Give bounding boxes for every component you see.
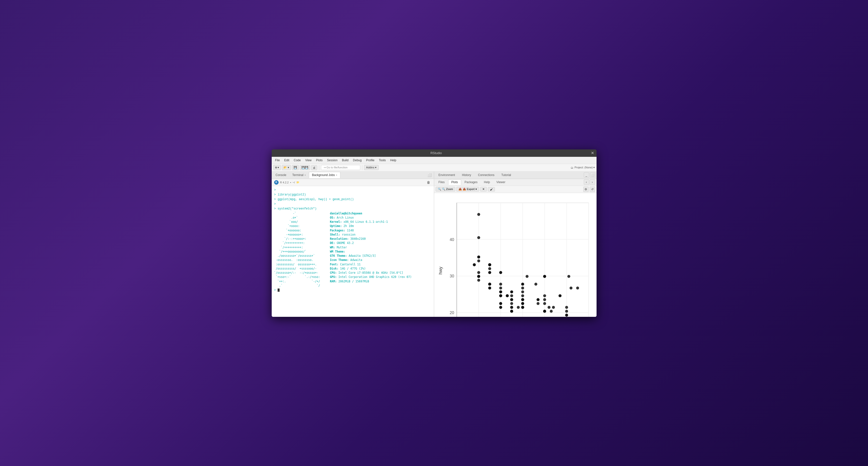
tab-terminal-label: Terminal <box>292 173 304 177</box>
console-final-prompt: > <box>274 288 431 292</box>
plot-settings[interactable]: ⚙ <box>583 187 589 192</box>
svg-point-1 <box>473 263 476 266</box>
delete-icon: ✕ <box>483 188 485 191</box>
right-panel-maximize[interactable]: ⬜ <box>590 172 595 178</box>
svg-point-3 <box>477 259 480 262</box>
tab-tutorial[interactable]: Tutorial <box>498 172 515 178</box>
save-button[interactable]: 💾 <box>292 165 299 170</box>
tab-background-jobs-label: Background Jobs <box>312 173 335 177</box>
tab-console[interactable]: Console <box>273 172 289 178</box>
menu-code[interactable]: Code <box>292 158 303 163</box>
right-panel-minimize[interactable]: _ <box>584 172 589 178</box>
svg-point-81 <box>543 298 546 301</box>
subtab-plots[interactable]: Plots <box>448 180 461 185</box>
tab-background-jobs-close[interactable]: × <box>336 174 337 177</box>
tab-history[interactable]: History <box>459 172 474 178</box>
print-button[interactable]: 🖨 <box>311 165 317 170</box>
svg-point-71 <box>521 298 524 301</box>
addins-button[interactable]: Addins ▾ <box>364 165 379 170</box>
menu-session[interactable]: Session <box>325 158 340 163</box>
tab-terminal-close[interactable]: × <box>304 174 306 177</box>
subtab-viewer[interactable]: Viewer <box>493 180 508 185</box>
svg-point-51 <box>510 302 513 305</box>
subtab-packages[interactable]: Packages <box>462 180 480 185</box>
svg-point-103 <box>569 286 572 289</box>
svg-point-35 <box>499 294 502 297</box>
zoom-button[interactable]: 🔍 🔍 Zoom <box>436 187 455 191</box>
menu-view[interactable]: View <box>303 158 313 163</box>
svg-point-23 <box>488 271 491 274</box>
project-label-text: Project: (None) ▾ <box>575 166 595 169</box>
svg-point-76 <box>525 275 528 278</box>
console-dir: ~/ <box>292 181 295 184</box>
console-clear-button[interactable]: 🗑 <box>426 180 431 185</box>
rstudio-window: RStudio ✕ File Edit Code View Plots Sess… <box>272 149 596 317</box>
export-button[interactable]: 📤 📤 Export ▾ <box>456 187 479 191</box>
plots-prev[interactable]: ‹ <box>584 180 589 185</box>
svg-point-100 <box>565 314 568 317</box>
menu-tools[interactable]: Tools <box>377 158 388 163</box>
tab-connections[interactable]: Connections <box>474 172 498 178</box>
subtab-help[interactable]: Help <box>481 180 493 185</box>
sf-wm-theme: WM Theme: <box>330 250 411 254</box>
menu-help[interactable]: Help <box>389 158 398 163</box>
open-file-button[interactable]: 📂 ▾ <box>282 165 291 170</box>
svg-point-57 <box>510 310 513 313</box>
menu-plots[interactable]: Plots <box>314 158 324 163</box>
menu-bar: File Edit Code View Plots Session Build … <box>272 157 596 164</box>
console-cmd-library: > library(ggplot2) <box>274 192 431 197</box>
svg-point-90 <box>543 310 546 313</box>
console-path: • <box>290 181 291 184</box>
tab-background-jobs[interactable]: Background Jobs × <box>309 172 341 178</box>
console-header: R R 4.2.2 • ~/ 📁 🗑 <box>272 179 434 186</box>
project-selector[interactable]: 🗂 Project: (None) ▾ <box>571 166 595 169</box>
close-button[interactable]: ✕ <box>591 151 594 155</box>
sf-de: DE: GNOME 43.2 <box>330 241 411 245</box>
svg-point-83 <box>543 302 546 305</box>
menu-file[interactable]: File <box>273 158 282 163</box>
new-file-icon: ⊕ <box>275 166 277 169</box>
delete-plot-button[interactable]: ✕ <box>480 187 487 191</box>
new-file-button[interactable]: ⊕ ▾ <box>273 165 281 170</box>
svg-point-82 <box>543 294 546 297</box>
svg-point-104 <box>576 286 579 289</box>
sf-resolution: Resolution: 3840x2160 <box>330 237 411 241</box>
svg-point-75 <box>521 306 524 309</box>
export-icon: 📤 <box>459 188 462 191</box>
menu-edit[interactable]: Edit <box>282 158 291 163</box>
save-all-button[interactable]: 💾💾 <box>300 165 310 170</box>
svg-point-74 <box>521 302 524 305</box>
svg-point-38 <box>499 306 502 309</box>
y-axis-label: hwy <box>438 267 443 275</box>
plot-refresh[interactable]: ↺ <box>590 187 595 192</box>
subtab-files[interactable]: Files <box>436 180 448 185</box>
tab-environment[interactable]: Environment <box>435 172 459 178</box>
svg-point-20 <box>488 263 491 266</box>
svg-point-8 <box>477 279 480 282</box>
svg-point-34 <box>499 290 502 293</box>
svg-point-88 <box>543 275 546 278</box>
left-panel: Console Terminal × Background Jobs × ⬜ R <box>272 172 434 317</box>
console-area[interactable]: > > library(ggplot2) > ggplot(mpg, aes(d… <box>272 186 434 317</box>
menu-profile[interactable]: Profile <box>364 158 376 163</box>
menu-build[interactable]: Build <box>340 158 350 163</box>
screenfetch-output: -` .o+` `ooo/ `+oooo: `+oooooo: -+oooooo… <box>274 212 431 288</box>
svg-point-40 <box>499 286 502 289</box>
window-title: RStudio <box>282 151 591 155</box>
svg-point-80 <box>536 302 539 305</box>
svg-point-63 <box>521 286 524 289</box>
svg-point-52 <box>510 298 513 301</box>
brush-button[interactable]: 🖌 <box>488 187 495 191</box>
menu-debug[interactable]: Debug <box>351 158 364 163</box>
svg-point-22 <box>488 286 491 289</box>
plots-next[interactable]: › <box>590 180 595 185</box>
sf-wm: WM: Mutter <box>330 245 411 250</box>
svg-point-11 <box>477 255 480 258</box>
svg-point-98 <box>565 306 568 309</box>
left-panel-maximize[interactable]: ⬜ <box>426 173 433 178</box>
svg-point-58 <box>510 306 513 309</box>
svg-point-29 <box>499 283 502 285</box>
svg-point-66 <box>521 290 524 293</box>
go-to-file-input[interactable]: ⇒ Go to file/function <box>321 165 360 170</box>
tab-terminal[interactable]: Terminal × <box>289 172 309 178</box>
